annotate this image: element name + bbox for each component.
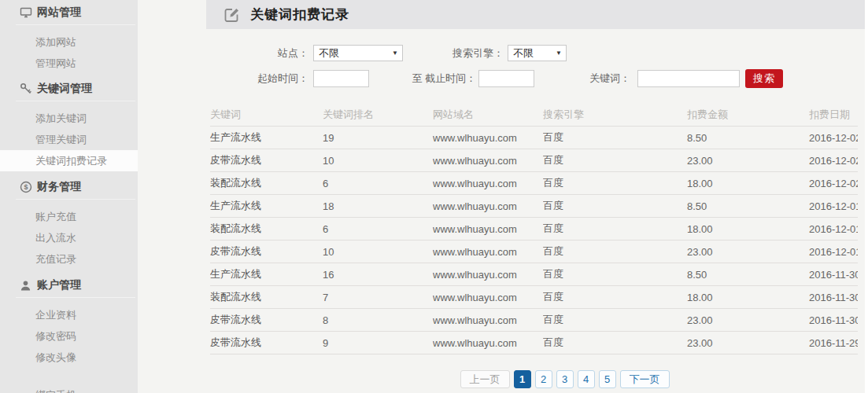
key-icon xyxy=(19,83,32,96)
sidebar: 网站管理 添加网站管理网站 关键词管理 添加关键词管理关键词关键词扣费记录 $ … xyxy=(0,0,138,393)
table-body: 生产流水线19www.wlhuayu.com百度8.502016-12-02皮带… xyxy=(210,127,858,354)
cell-engine: 百度 xyxy=(543,199,687,213)
column-header-4: 扣费金额 xyxy=(687,108,809,122)
cell-amount: 23.00 xyxy=(687,337,809,349)
cell-engine: 百度 xyxy=(543,290,687,304)
filter-panel: 站点： 不限 ▼ 搜索引擎： 不限 ▼ 起始时间： 至 截止时间： 关键词： 搜… xyxy=(206,0,866,98)
cell-amount: 23.00 xyxy=(687,314,809,326)
cell-date: 2016-12-02 xyxy=(809,132,858,144)
cell-domain: www.wlhuayu.com xyxy=(433,314,543,326)
cell-engine: 百度 xyxy=(543,176,687,190)
user-icon xyxy=(19,279,32,292)
sidebar-item-2-0[interactable]: 账户充值 xyxy=(0,206,138,227)
cell-domain: www.wlhuayu.com xyxy=(433,292,543,303)
sidebar-item-3-1[interactable]: 修改密码 xyxy=(0,325,138,347)
cell-keyword: 生产流水线 xyxy=(210,199,323,213)
cell-keyword: 装配流水线 xyxy=(210,290,323,304)
sidebar-section-header: 网站管理 xyxy=(0,6,138,20)
cell-date: 2016-11-29 xyxy=(809,337,858,349)
pagination: 上一页12345下一页 xyxy=(210,370,858,388)
pagination-page-3[interactable]: 3 xyxy=(556,370,574,388)
records-table: 关键词关键词排名网站域名搜索引擎扣费金额扣费日期 生产流水线19www.wlhu… xyxy=(210,104,858,354)
sidebar-item-1-0[interactable]: 添加关键词 xyxy=(0,108,138,129)
cell-keyword: 皮带流水线 xyxy=(210,244,323,259)
cell-amount: 18.00 xyxy=(687,292,809,303)
cell-domain: www.wlhuayu.com xyxy=(433,132,543,144)
cell-rank: 10 xyxy=(323,246,433,258)
sidebar-item-3-2[interactable]: 修改头像 xyxy=(0,347,138,368)
table-row: 装配流水线7www.wlhuayu.com百度18.002016-11-30 xyxy=(210,286,858,309)
start-time-input[interactable] xyxy=(313,70,369,87)
search-button[interactable]: 搜索 xyxy=(745,69,783,88)
engine-select[interactable]: 不限 ▼ xyxy=(508,45,567,61)
cell-date: 2016-11-30 xyxy=(809,269,858,281)
cell-engine: 百度 xyxy=(543,267,687,281)
pagination-prev-button[interactable]: 上一页 xyxy=(460,370,510,388)
cell-date: 2016-12-02 xyxy=(809,178,858,189)
keyword-input[interactable] xyxy=(637,70,740,87)
table-row: 皮带流水线10www.wlhuayu.com百度23.002016-12-02 xyxy=(210,149,858,172)
end-time-input[interactable] xyxy=(478,70,534,87)
sidebar-section-header: $ 财务管理 xyxy=(0,180,138,194)
cell-domain: www.wlhuayu.com xyxy=(433,200,543,212)
pagination-next-button[interactable]: 下一页 xyxy=(620,370,670,388)
sidebar-item-0-1[interactable]: 管理网站 xyxy=(0,53,138,74)
site-select[interactable]: 不限 ▼ xyxy=(313,45,403,61)
table-row: 装配流水线6www.wlhuayu.com百度18.002016-12-02 xyxy=(210,172,858,195)
column-header-3: 搜索引擎 xyxy=(543,108,687,122)
engine-filter-label: 搜索引擎： xyxy=(437,45,504,62)
cell-amount: 8.50 xyxy=(687,269,809,281)
cell-rank: 16 xyxy=(323,269,433,281)
pagination-page-2[interactable]: 2 xyxy=(535,370,552,388)
pagination-page-4[interactable]: 4 xyxy=(578,370,595,388)
column-header-1: 关键词排名 xyxy=(323,108,433,122)
cell-rank: 6 xyxy=(323,178,433,189)
table-row: 生产流水线19www.wlhuayu.com百度8.502016-12-02 xyxy=(210,127,858,149)
monitor-icon xyxy=(19,6,32,20)
cell-engine: 百度 xyxy=(543,313,687,327)
cell-engine: 百度 xyxy=(543,336,687,350)
cell-rank: 19 xyxy=(323,132,433,144)
keyword-filter-label: 关键词： xyxy=(573,70,630,87)
cell-amount: 8.50 xyxy=(687,200,809,212)
cell-rank: 7 xyxy=(323,292,433,303)
pagination-page-1[interactable]: 1 xyxy=(514,370,531,388)
cell-amount: 8.50 xyxy=(687,132,809,144)
sidebar-item-2-2[interactable]: 充值记录 xyxy=(0,248,138,270)
engine-select-value: 不限 xyxy=(513,47,534,59)
cell-keyword: 生产流水线 xyxy=(210,130,323,145)
cell-keyword: 皮带流水线 xyxy=(210,336,323,350)
cell-date: 2016-11-30 xyxy=(809,314,858,326)
cell-keyword: 皮带流水线 xyxy=(210,153,323,167)
pagination-page-5[interactable]: 5 xyxy=(599,370,616,388)
cell-domain: www.wlhuayu.com xyxy=(433,246,543,258)
cell-amount: 18.00 xyxy=(687,178,809,189)
cell-keyword: 皮带流水线 xyxy=(210,313,323,327)
divider xyxy=(16,297,135,298)
cell-engine: 百度 xyxy=(543,222,687,236)
sidebar-item-2-1[interactable]: 出入流水 xyxy=(0,227,138,248)
cell-date: 2016-12-02 xyxy=(809,155,858,167)
cell-engine: 百度 xyxy=(543,153,687,167)
cell-keyword: 装配流水线 xyxy=(210,176,323,190)
sidebar-item-0-0[interactable]: 添加网站 xyxy=(0,31,138,53)
sidebar-item-partial[interactable]: 绑定手机 xyxy=(35,388,76,393)
divider xyxy=(16,101,135,101)
cell-engine: 百度 xyxy=(543,130,687,145)
divider xyxy=(16,199,135,200)
column-header-5: 扣费日期 xyxy=(809,108,858,122)
sidebar-item-1-2[interactable]: 关键词扣费记录 xyxy=(0,150,138,171)
sidebar-item-1-1[interactable]: 管理关键词 xyxy=(0,129,138,150)
sidebar-item-3-0[interactable]: 企业资料 xyxy=(0,304,138,325)
cell-engine: 百度 xyxy=(543,244,687,259)
site-select-value: 不限 xyxy=(319,47,339,59)
table-row: 生产流水线16www.wlhuayu.com百度8.502016-11-30 xyxy=(210,263,858,286)
cell-amount: 23.00 xyxy=(687,155,809,167)
cell-date: 2016-12-01 xyxy=(809,246,858,258)
cell-rank: 8 xyxy=(323,314,433,326)
app-window: 网站管理 添加网站管理网站 关键词管理 添加关键词管理关键词关键词扣费记录 $ … xyxy=(0,0,868,393)
table-row: 装配流水线6www.wlhuayu.com百度18.002016-12-01 xyxy=(210,218,858,241)
chevron-down-icon: ▼ xyxy=(556,46,562,61)
divider xyxy=(16,24,135,25)
cell-date: 2016-11-30 xyxy=(809,292,858,303)
